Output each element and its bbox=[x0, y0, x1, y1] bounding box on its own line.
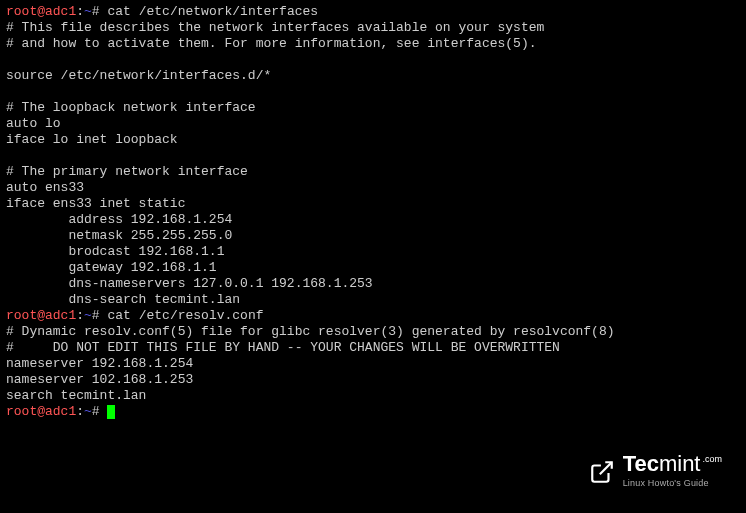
command-text: cat /etc/resolv.conf bbox=[107, 308, 263, 323]
prompt-symbol: # bbox=[92, 308, 100, 323]
output-line: nameserver 102.168.1.253 bbox=[6, 372, 740, 388]
watermark-brand: Tecmint.com bbox=[623, 453, 722, 475]
prompt-user-host: root@adc1 bbox=[6, 308, 76, 323]
command-text: cat /etc/network/interfaces bbox=[107, 4, 318, 19]
prompt-symbol: # bbox=[92, 404, 100, 419]
output-line: # This file describes the network interf… bbox=[6, 20, 740, 36]
output-line: dns-search tecmint.lan bbox=[6, 292, 740, 308]
watermark-tagline: Linux Howto's Guide bbox=[623, 475, 709, 491]
output-line: # DO NOT EDIT THIS FILE BY HAND -- YOUR … bbox=[6, 340, 740, 356]
output-line: # and how to activate them. For more inf… bbox=[6, 36, 740, 52]
output-line: iface lo inet loopback bbox=[6, 132, 740, 148]
prompt-line-2: root@adc1:~# cat /etc/resolv.conf bbox=[6, 308, 740, 324]
output-line: # Dynamic resolv.conf(5) file for glibc … bbox=[6, 324, 740, 340]
output-line bbox=[6, 84, 740, 100]
output-line: auto lo bbox=[6, 116, 740, 132]
watermark-logo: Tecmint.com Linux Howto's Guide bbox=[589, 453, 722, 491]
output-line: source /etc/network/interfaces.d/* bbox=[6, 68, 740, 84]
prompt-line-3[interactable]: root@adc1:~# bbox=[6, 404, 740, 420]
output-line bbox=[6, 52, 740, 68]
output-line: address 192.168.1.254 bbox=[6, 212, 740, 228]
terminal-output: root@adc1:~# cat /etc/network/interfaces… bbox=[6, 4, 740, 420]
output-line: nameserver 192.168.1.254 bbox=[6, 356, 740, 372]
prompt-user-host: root@adc1 bbox=[6, 404, 76, 419]
output-line: # The primary network interface bbox=[6, 164, 740, 180]
output-line: iface ens33 inet static bbox=[6, 196, 740, 212]
output-line: netmask 255.255.255.0 bbox=[6, 228, 740, 244]
output-line: auto ens33 bbox=[6, 180, 740, 196]
prompt-line-1: root@adc1:~# cat /etc/network/interfaces bbox=[6, 4, 740, 20]
output-line: search tecmint.lan bbox=[6, 388, 740, 404]
prompt-cwd: ~ bbox=[84, 404, 92, 419]
prompt-user-host: root@adc1 bbox=[6, 4, 76, 19]
output-line: gateway 192.168.1.1 bbox=[6, 260, 740, 276]
output-line: dns-nameservers 127.0.0.1 192.168.1.253 bbox=[6, 276, 740, 292]
svg-line-0 bbox=[599, 462, 611, 474]
prompt-cwd: ~ bbox=[84, 4, 92, 19]
output-line: brodcast 192.168.1.1 bbox=[6, 244, 740, 260]
output-line bbox=[6, 148, 740, 164]
prompt-cwd: ~ bbox=[84, 308, 92, 323]
prompt-symbol: # bbox=[92, 4, 100, 19]
cursor bbox=[107, 405, 115, 419]
external-link-icon bbox=[589, 459, 615, 485]
output-line: # The loopback network interface bbox=[6, 100, 740, 116]
